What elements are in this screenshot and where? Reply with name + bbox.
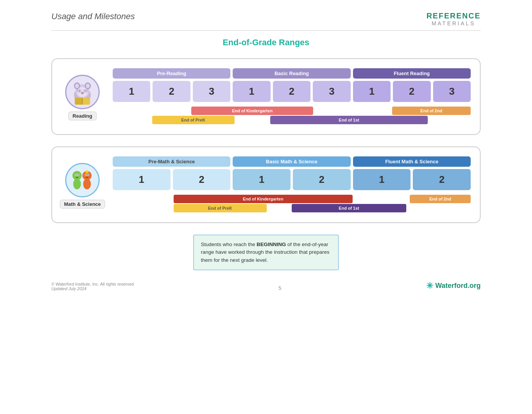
svg-point-11	[79, 90, 80, 91]
waterford-logo-text: Waterford.org	[435, 282, 481, 290]
pre-reading-header: Pre-Reading	[113, 68, 230, 79]
footer-copyright: © Waterford Institute, Inc. All rights r…	[51, 282, 134, 286]
pre-reading-num-2: 2	[153, 81, 190, 102]
basic-math-num-1: 1	[233, 169, 291, 190]
footer: © Waterford Institute, Inc. All rights r…	[51, 281, 481, 291]
fluent-math-num-1: 1	[353, 169, 411, 190]
math-mascot: Math & Science	[61, 163, 103, 209]
basic-reading-num-1: 1	[233, 81, 270, 102]
waterford-star-icon: ✳	[426, 281, 433, 291]
fluent-reading-header: Fluent Reading	[353, 68, 471, 79]
reading-bar-prek: End of PreK	[152, 116, 235, 124]
basic-reading-num-2: 2	[273, 81, 310, 102]
svg-rect-16	[75, 98, 82, 105]
svg-point-29	[88, 174, 89, 175]
basic-math-num-2: 2	[293, 169, 351, 190]
footer-page-number: 5	[279, 285, 281, 291]
pre-math-num-2: 2	[173, 169, 231, 190]
info-text-normal: Students who reach the	[201, 242, 257, 247]
reading-number-row: 1 2 3 1 2 3 1 2 3	[113, 81, 471, 102]
main-title: End-of-Grade Ranges	[51, 38, 481, 48]
info-box: Students who reach the BEGINNING of the …	[193, 235, 339, 270]
svg-point-14	[82, 92, 83, 94]
pre-reading-num-1: 1	[113, 81, 150, 102]
page-title: Usage and Milestones	[51, 12, 135, 21]
fluent-reading-num-2: 2	[393, 81, 430, 102]
reading-section: Reading Pre-Reading Basic Reading Fluent…	[51, 58, 481, 135]
fluent-reading-num-3: 3	[433, 81, 471, 102]
footer-left: © Waterford Institute, Inc. All rights r…	[51, 282, 134, 291]
reading-mascot-label: Reading	[68, 112, 96, 120]
reading-bar-kinder: End of Kindergarten	[191, 107, 313, 115]
svg-point-12	[85, 90, 86, 91]
fluent-math-header: Fluent Math & Science	[353, 156, 471, 167]
kids-icon	[67, 165, 98, 196]
svg-point-28	[85, 174, 86, 175]
basic-reading-num-3: 3	[313, 81, 350, 102]
svg-point-19	[73, 179, 81, 189]
reading-bar-2nd: End of 2nd	[392, 107, 471, 115]
svg-point-23	[78, 174, 79, 175]
reading-mascot: Reading	[61, 75, 103, 120]
info-text-bold: BEGINNING	[257, 242, 286, 247]
reference-top: REFERENCE	[427, 12, 481, 20]
math-bar-kinder: End of Kindergarten	[174, 195, 353, 203]
math-mascot-circle	[65, 163, 100, 197]
header-divider	[51, 30, 481, 31]
svg-point-5	[86, 84, 90, 88]
waterford-logo: ✳ Waterford.org	[426, 281, 481, 291]
svg-point-25	[83, 179, 91, 189]
math-header-row: Pre-Math & Science Basic Math & Science …	[113, 156, 471, 167]
math-bar-2nd: End of 2nd	[410, 195, 471, 203]
reference-box: REFERENCE MATERIALS	[427, 12, 481, 26]
math-grid: Pre-Math & Science Basic Math & Science …	[113, 156, 471, 215]
math-section: Math & Science Pre-Math & Science Basic …	[51, 146, 481, 223]
pre-math-num-1: 1	[113, 169, 171, 190]
basic-reading-header: Basic Reading	[233, 68, 350, 79]
math-mascot-label: Math & Science	[60, 200, 105, 209]
pre-math-header: Pre-Math & Science	[113, 156, 230, 167]
reading-mascot-circle	[65, 75, 100, 109]
page-header: Usage and Milestones REFERENCE MATERIALS	[51, 12, 481, 26]
reading-bars: End of PreK End of Kindergarten End of 1…	[113, 105, 471, 127]
raccoon-icon	[67, 77, 98, 107]
main-title-prefix: End-of-Grade	[223, 38, 279, 47]
math-bar-prek: End of PreK	[174, 204, 267, 212]
reading-grid: Pre-Reading Basic Reading Fluent Reading…	[113, 68, 471, 127]
math-bars: End of PreK End of Kindergarten End of 1…	[113, 193, 471, 215]
fluent-math-num-2: 2	[413, 169, 471, 190]
reading-bar-1st: End of 1st	[270, 116, 428, 124]
pre-reading-num-3: 3	[193, 81, 230, 102]
svg-point-4	[75, 84, 79, 88]
main-title-highlight: Ranges	[279, 38, 309, 47]
math-bar-1st: End of 1st	[292, 204, 406, 212]
footer-updated: Updated July 2024	[51, 286, 134, 291]
svg-point-22	[76, 174, 76, 175]
reference-bot: MATERIALS	[427, 20, 481, 26]
basic-math-header: Basic Math & Science	[233, 156, 350, 167]
fluent-reading-num-1: 1	[353, 81, 391, 102]
math-number-row: 1 2 1 2 1 2	[113, 169, 471, 190]
reading-header-row: Pre-Reading Basic Reading Fluent Reading	[113, 68, 471, 79]
